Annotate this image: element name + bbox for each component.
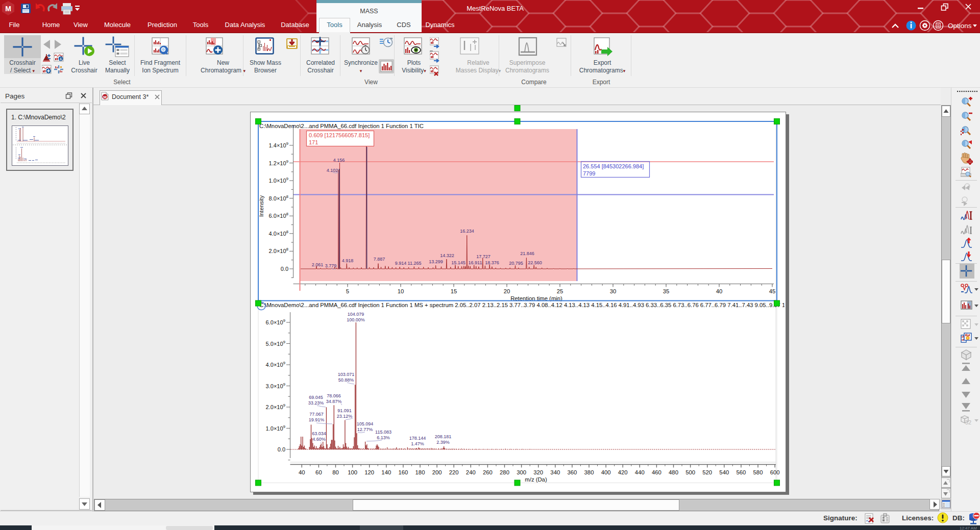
svg-text:Options: Options <box>948 22 972 30</box>
svg-text:32: 32 <box>965 419 971 425</box>
svg-text:M: M <box>5 5 11 13</box>
svg-text:M: M <box>103 95 107 99</box>
svg-text:&: & <box>60 57 62 61</box>
